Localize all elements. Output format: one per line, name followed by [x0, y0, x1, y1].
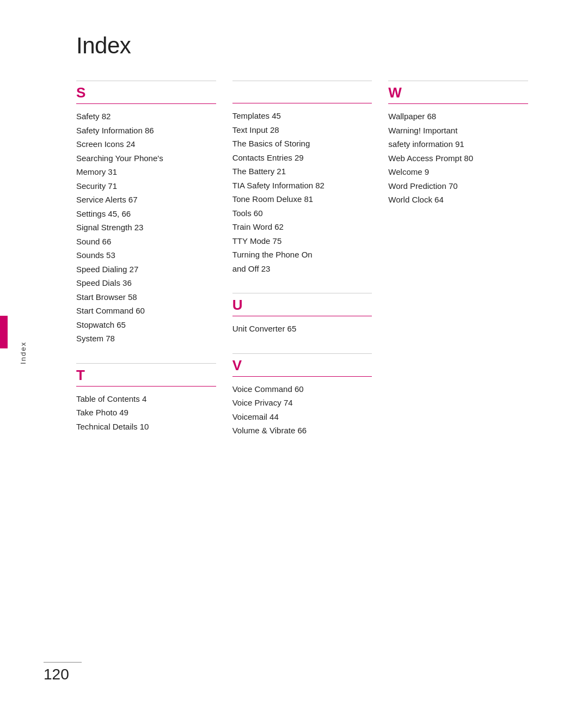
list-item: Safety 82	[76, 109, 216, 124]
divider-bottom-u	[232, 316, 372, 316]
divider-bottom-t	[76, 386, 216, 387]
section-t: T Table of Contents 4 Take Photo 49 Tech…	[76, 363, 216, 434]
divider-bottom-s	[76, 103, 216, 104]
list-item: System 78	[76, 332, 216, 346]
list-item: Signal Strength 23	[76, 220, 216, 235]
list-item: Sounds 53	[76, 248, 216, 262]
list-item: Templates 45	[232, 109, 372, 123]
list-item: Screen Icons 24	[76, 137, 216, 151]
section-w: W Wallpaper 68 Warning! Importantsafety …	[388, 81, 528, 207]
list-item: Service Alerts 67	[76, 193, 216, 207]
list-item: Voice Privacy 74	[232, 396, 372, 410]
list-item: Technical Details 10	[76, 420, 216, 434]
list-item: Tools 60	[232, 206, 372, 220]
list-item: Unit Converter 65	[232, 322, 372, 336]
list-item: Security 71	[76, 179, 216, 193]
page-title: Index	[76, 33, 544, 59]
divider-top-w	[388, 81, 528, 81]
list-item: Web Access Prompt 80	[388, 151, 528, 165]
list-item: Take Photo 49	[76, 406, 216, 420]
list-item: Speed Dialing 27	[76, 262, 216, 277]
divider-top-s	[76, 81, 216, 81]
list-item: Volume & Vibrate 66	[232, 424, 372, 438]
list-item: Welcome 9	[388, 165, 528, 179]
list-item: Word Prediction 70	[388, 179, 528, 193]
section-t-continued: Templates 45 Text Input 28 The Basics of…	[232, 81, 372, 275]
section-s: S Safety 82 Safety Information 86 Screen…	[76, 81, 216, 346]
column-2: Templates 45 Text Input 28 The Basics of…	[232, 81, 389, 455]
list-item: Table of Contents 4	[76, 392, 216, 406]
list-item: Warning! Importantsafety information 91	[388, 124, 528, 151]
divider-bottom-w	[388, 103, 528, 104]
list-item: Start Browser 58	[76, 290, 216, 304]
list-item: Safety Information 86	[76, 124, 216, 138]
list-item: TIA Safety Information 82	[232, 179, 372, 193]
page-number-line	[44, 662, 82, 663]
sidebar-bar	[0, 316, 8, 348]
section-letter-v: V	[232, 357, 372, 374]
list-item: Searching Your Phone'sMemory 31	[76, 151, 216, 179]
section-letter-t: T	[76, 367, 216, 384]
divider-bottom-t2	[232, 103, 372, 103]
column-1: S Safety 82 Safety Information 86 Screen…	[76, 81, 232, 455]
divider-bottom-v	[232, 376, 372, 377]
column-3: W Wallpaper 68 Warning! Importantsafety …	[388, 81, 544, 455]
list-item: TTY Mode 75	[232, 234, 372, 248]
divider-top-u	[232, 293, 372, 293]
list-item: Voicemail 44	[232, 410, 372, 424]
page-number: 120	[44, 666, 82, 683]
sidebar-label: Index	[19, 341, 27, 364]
divider-top-v	[232, 353, 372, 354]
page-number-area: 120	[44, 662, 82, 683]
list-item: Settings 45, 66	[76, 207, 216, 221]
list-item: Speed Dials 36	[76, 276, 216, 290]
page-container: Index Index S Safety 82 Safety Informati…	[0, 0, 588, 705]
list-item: Text Input 28	[232, 123, 372, 137]
list-item: Start Command 60	[76, 304, 216, 318]
list-item: Turning the Phone Onand Off 23	[232, 248, 372, 275]
list-item: Stopwatch 65	[76, 318, 216, 332]
list-item: The Battery 21	[232, 164, 372, 179]
list-item: Voice Command 60	[232, 382, 372, 396]
list-item: Train Word 62	[232, 220, 372, 234]
list-item: World Clock 64	[388, 193, 528, 207]
section-v: V Voice Command 60 Voice Privacy 74 Voic…	[232, 353, 372, 438]
list-item: Wallpaper 68	[388, 109, 528, 124]
list-item: Sound 66	[76, 235, 216, 249]
list-item: Tone Room Deluxe 81	[232, 192, 372, 206]
divider-top-t	[76, 363, 216, 364]
list-item: The Basics of StoringContacts Entries 29	[232, 137, 372, 164]
section-u: U Unit Converter 65	[232, 293, 372, 336]
divider-top-t2	[232, 81, 372, 81]
section-letter-s: S	[76, 84, 216, 101]
section-letter-w: W	[388, 84, 528, 101]
columns-wrapper: S Safety 82 Safety Information 86 Screen…	[76, 81, 544, 455]
section-letter-u: U	[232, 297, 372, 314]
